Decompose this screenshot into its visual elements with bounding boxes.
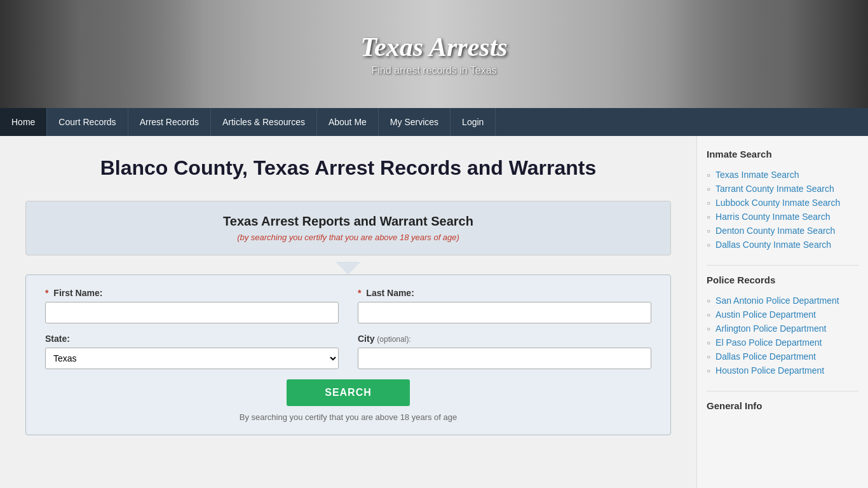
- list-item: Austin Police Department: [707, 309, 858, 320]
- search-button[interactable]: SEARCH: [287, 379, 410, 406]
- nav-item-court-records[interactable]: Court Records: [47, 108, 128, 136]
- inmate-link-denton[interactable]: Denton County Inmate Search: [715, 226, 835, 236]
- police-link-austin[interactable]: Austin Police Department: [715, 309, 816, 320]
- search-button-wrap: SEARCH: [45, 379, 651, 406]
- inmate-link-dallas[interactable]: Dallas County Inmate Search: [715, 240, 831, 250]
- nav-item-my-services[interactable]: My Services: [379, 108, 451, 136]
- police-link-el-paso[interactable]: El Paso Police Department: [715, 337, 822, 348]
- inmate-search-list: Texas Inmate Search Tarrant County Inmat…: [707, 170, 858, 250]
- list-item: Tarrant County Inmate Search: [707, 184, 858, 194]
- hands-right-decoration: [665, 0, 868, 108]
- state-label: State:: [45, 334, 339, 344]
- site-subtitle: Find arrest records in Texas: [360, 65, 507, 76]
- police-link-houston[interactable]: Houston Police Department: [715, 365, 824, 376]
- last-name-label: * Last Name:: [358, 288, 651, 298]
- arrow-down-decoration: [336, 262, 361, 274]
- search-form: * First Name: * Last Name: State:: [25, 274, 671, 435]
- form-row-location: State: Texas Alabama Alaska Arizona Arka…: [45, 334, 651, 369]
- nav-item-arrest-records[interactable]: Arrest Records: [128, 108, 211, 136]
- list-item: Dallas Police Department: [707, 351, 858, 362]
- form-group-last-name: * Last Name:: [358, 288, 651, 323]
- list-item: El Paso Police Department: [707, 337, 858, 348]
- certify-text: By searching you certify that you are ab…: [45, 412, 651, 422]
- first-name-required-star: *: [45, 288, 48, 298]
- nav-item-articles[interactable]: Articles & Resources: [211, 108, 317, 136]
- main-content: Blanco County, Texas Arrest Records and …: [0, 136, 696, 488]
- last-name-required-star: *: [358, 288, 361, 298]
- police-records-list: San Antonio Police Department Austin Pol…: [707, 295, 858, 376]
- list-item: Arlington Police Department: [707, 323, 858, 334]
- header-title-wrap: Texas Arrests Find arrest records in Tex…: [360, 32, 507, 76]
- police-link-arlington[interactable]: Arlington Police Department: [715, 323, 826, 334]
- general-info-title: General Info: [707, 400, 858, 414]
- police-records-title: Police Records: [707, 274, 858, 288]
- form-group-city: City (optional):: [358, 334, 651, 369]
- sidebar-divider-2: [707, 391, 858, 391]
- main-layout: Blanco County, Texas Arrest Records and …: [0, 136, 868, 488]
- search-box-title: Texas Arrest Reports and Warrant Search: [39, 214, 658, 229]
- first-name-label: * First Name:: [45, 288, 339, 298]
- form-row-name: * First Name: * Last Name:: [45, 288, 651, 323]
- state-select[interactable]: Texas Alabama Alaska Arizona Arkansas Ca…: [45, 348, 339, 369]
- sidebar: Inmate Search Texas Inmate Search Tarran…: [696, 136, 868, 488]
- list-item: Lubbock County Inmate Search: [707, 198, 858, 208]
- inmate-link-lubbock[interactable]: Lubbock County Inmate Search: [715, 198, 840, 208]
- police-link-dallas[interactable]: Dallas Police Department: [715, 351, 816, 362]
- form-group-state: State: Texas Alabama Alaska Arizona Arka…: [45, 334, 339, 369]
- site-header: Texas Arrests Find arrest records in Tex…: [0, 0, 868, 108]
- hands-left-decoration: [0, 0, 203, 108]
- inmate-link-tarrant[interactable]: Tarrant County Inmate Search: [715, 184, 834, 194]
- police-link-san-antonio[interactable]: San Antonio Police Department: [715, 295, 839, 306]
- sidebar-divider-1: [707, 265, 858, 266]
- nav-item-home[interactable]: Home: [0, 108, 47, 136]
- list-item: Denton County Inmate Search: [707, 226, 858, 236]
- list-item: Houston Police Department: [707, 365, 858, 376]
- page-title: Blanco County, Texas Arrest Records and …: [25, 155, 671, 182]
- form-group-first-name: * First Name:: [45, 288, 339, 323]
- list-item: Harris County Inmate Search: [707, 212, 858, 222]
- nav-item-login[interactable]: Login: [451, 108, 496, 136]
- list-item: Dallas County Inmate Search: [707, 240, 858, 250]
- city-label: City (optional):: [358, 334, 651, 344]
- inmate-link-harris[interactable]: Harris County Inmate Search: [715, 212, 831, 222]
- nav-item-about-me[interactable]: About Me: [317, 108, 379, 136]
- list-item: San Antonio Police Department: [707, 295, 858, 306]
- navbar: Home Court Records Arrest Records Articl…: [0, 108, 868, 136]
- search-box-outer: Texas Arrest Reports and Warrant Search …: [25, 201, 671, 255]
- search-box-note: (by searching you certify that you are a…: [39, 233, 658, 242]
- site-title: Texas Arrests: [360, 32, 507, 62]
- first-name-input[interactable]: [45, 302, 339, 323]
- inmate-link-texas[interactable]: Texas Inmate Search: [715, 170, 799, 180]
- city-input[interactable]: [358, 348, 651, 369]
- inmate-search-title: Inmate Search: [707, 149, 858, 162]
- last-name-input[interactable]: [358, 302, 651, 323]
- list-item: Texas Inmate Search: [707, 170, 858, 180]
